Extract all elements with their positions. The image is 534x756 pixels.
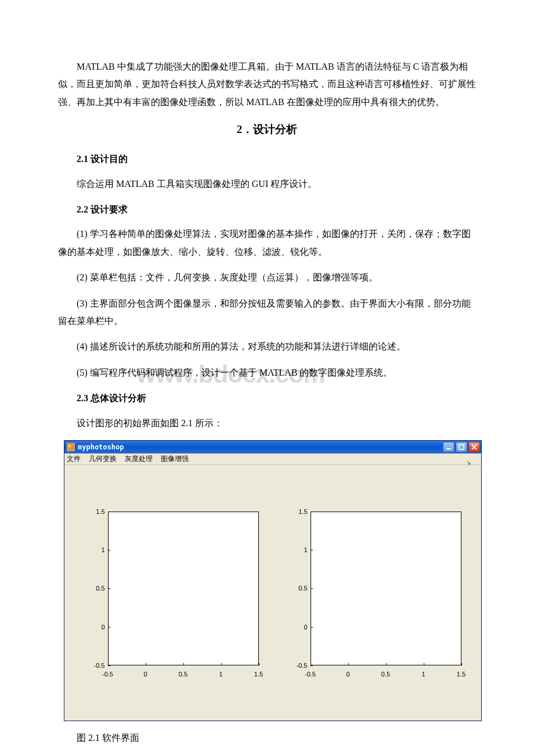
x-tick-label: 0 — [346, 668, 349, 681]
minimize-icon — [446, 444, 452, 450]
intro-paragraph: MATLAB 中集成了功能强大的图像处理工具箱。由于 MATLAB 语言的语法特… — [58, 58, 476, 111]
axes-right: -0.500.511.5-0.500.511.5 — [282, 506, 467, 692]
x-tick-label: 0.5 — [179, 668, 187, 681]
menu-file[interactable]: 文件 — [67, 452, 81, 466]
plot-box — [108, 512, 259, 665]
y-tick-mark — [311, 512, 313, 512]
client-area: -0.500.511.5-0.500.511.5 -0.500.511.5-0.… — [64, 465, 481, 721]
y-tick-label: -0.5 — [79, 660, 105, 672]
y-tick-mark — [108, 627, 110, 628]
y-tick-mark — [108, 550, 110, 550]
y-tick-label: 1.5 — [282, 506, 308, 518]
req-1: (1) 学习各种简单的图像处理算法，实现对图像的基本操作，如图像的打开，关闭，保… — [58, 225, 476, 261]
x-tick-mark — [108, 663, 109, 665]
maximize-button[interactable] — [456, 442, 467, 452]
x-tick-mark — [386, 663, 387, 665]
menu-geometry[interactable]: 几何变换 — [89, 452, 117, 466]
x-tick-mark — [348, 663, 349, 665]
y-tick-label: 0 — [79, 621, 105, 633]
app-icon — [67, 443, 75, 451]
svg-rect-1 — [459, 445, 464, 449]
x-tick-mark — [311, 663, 311, 665]
maximize-icon — [459, 444, 464, 450]
y-tick-mark — [108, 512, 110, 512]
y-tick-label: 1 — [282, 544, 308, 556]
close-button[interactable] — [468, 442, 480, 452]
x-tick-label: -0.5 — [305, 668, 316, 681]
x-tick-mark — [221, 663, 222, 665]
y-tick-mark — [311, 627, 313, 628]
y-tick-label: -0.5 — [282, 660, 308, 672]
y-tick-label: 0 — [282, 621, 308, 633]
req-2: (2) 菜单栏包括：文件，几何变换，灰度处理（点运算），图像增强等项。 — [58, 269, 476, 286]
section-2-title: 2．设计分析 — [58, 119, 476, 140]
y-tick-label: 1.5 — [79, 506, 105, 518]
menu-gray[interactable]: 灰度处理 — [125, 452, 153, 466]
heading-2-1: 2.1 设计目的 — [58, 150, 476, 168]
minimize-button[interactable] — [443, 442, 454, 452]
menu-overflow-icon[interactable]: ↘ — [466, 457, 471, 468]
x-tick-label: 0 — [143, 668, 147, 681]
x-tick-label: -0.5 — [102, 668, 113, 681]
document-body: MATLAB 中集成了功能强大的图像处理工具箱。由于 MATLAB 语言的语法特… — [58, 58, 476, 747]
req-5: (5) 编写程序代码和调试程序，设计一个基于 MATLAB 的数字图像处理系统。 — [58, 364, 476, 381]
svg-rect-0 — [446, 448, 451, 449]
window-titlebar: myphotoshop — [64, 441, 481, 453]
heading-2-2: 2.2 设计要求 — [58, 201, 476, 218]
x-tick-label: 1.5 — [457, 668, 466, 681]
y-tick-mark — [108, 588, 110, 589]
close-icon — [471, 444, 477, 450]
axes-left: -0.500.511.5-0.500.511.5 — [79, 506, 265, 692]
y-tick-label: 0.5 — [282, 582, 308, 595]
menu-enhance[interactable]: 图像增强 — [161, 452, 189, 466]
x-tick-label: 1 — [421, 668, 425, 681]
y-tick-mark — [311, 588, 313, 589]
x-tick-label: 0.5 — [381, 668, 390, 681]
y-tick-mark — [108, 665, 110, 666]
y-tick-label: 0.5 — [79, 582, 105, 595]
x-tick-label: 1 — [219, 668, 222, 681]
y-tick-label: 1 — [79, 544, 105, 556]
y-tick-mark — [311, 550, 313, 550]
heading-2-3: 2.3 总体设计分析 — [58, 390, 476, 407]
window-title: myphotoshop — [78, 441, 124, 454]
x-tick-mark — [259, 663, 259, 665]
req-3: (3) 主界面部分包含两个图像显示，和部分按钮及需要输入的参数。由于界面大小有限… — [58, 295, 476, 330]
y-tick-mark — [311, 665, 313, 666]
para-2-3: 设计图形的初始界面如图 2.1 所示： — [58, 415, 476, 432]
x-tick-mark — [183, 663, 184, 665]
x-tick-mark — [461, 663, 462, 665]
figure-caption: 图 2.1 软件界面 — [58, 729, 476, 747]
menu-bar: 文件 几何变换 灰度处理 图像增强 ↘ — [64, 453, 481, 465]
figure-2-1: myphotoshop 文件 几何变换 灰度处理 图像增强 ↘ — [58, 440, 476, 721]
x-tick-mark — [146, 663, 146, 665]
para-2-1: 综合运用 MATLAB 工具箱实现图像处理的 GUI 程序设计。 — [58, 175, 476, 193]
req-4: (4) 描述所设计的系统功能和所用的算法，对系统的功能和算法进行详细的论述。 — [58, 338, 476, 355]
plot-box — [311, 512, 461, 665]
x-tick-mark — [424, 663, 424, 665]
app-window: myphotoshop 文件 几何变换 灰度处理 图像增强 ↘ — [64, 440, 482, 721]
x-tick-label: 1.5 — [254, 668, 263, 681]
